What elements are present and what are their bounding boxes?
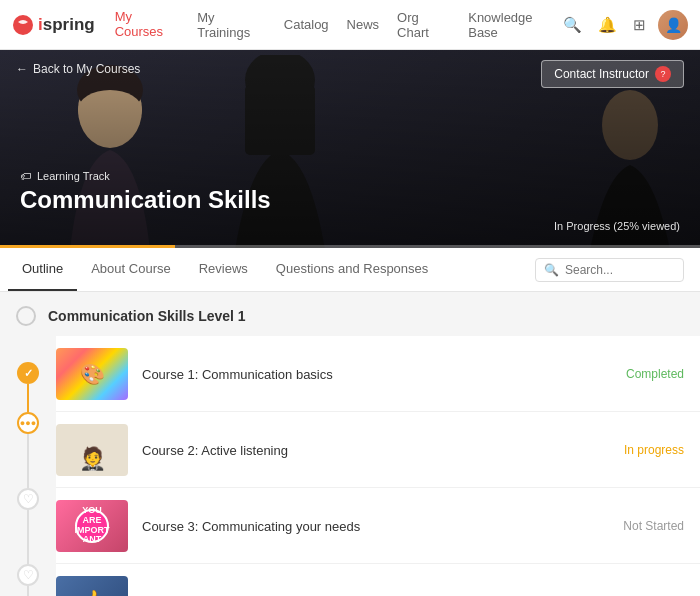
course-status-1: Completed xyxy=(626,367,684,381)
courses-column: 🎨 Course 1: Communication basics Complet… xyxy=(56,336,700,596)
progress-status-row: In Progress (25% viewed) xyxy=(20,220,680,232)
course-item-2[interactable]: 🤵 Course 2: Active listening In progress xyxy=(56,412,700,488)
main-content: Communication Skills Level 1 ✓ ●●● xyxy=(0,292,700,596)
contact-label: Contact Instructor xyxy=(554,67,649,81)
step-column: ✓ ●●● ♡ ♡ xyxy=(0,336,56,596)
contact-icon: ? xyxy=(655,66,671,82)
course-name-3: Course 3: Communicating your needs xyxy=(142,519,360,534)
step-dot-1: ✓ xyxy=(17,362,39,384)
tabs-bar: Outline About Course Reviews Questions a… xyxy=(0,248,700,292)
contact-instructor-button[interactable]: Contact Instructor ? xyxy=(541,60,684,88)
nav-org-chart[interactable]: Org Chart xyxy=(397,10,450,40)
step-dot-3: ♡ xyxy=(17,488,39,510)
course-info-1: Course 1: Communication basics xyxy=(142,365,612,383)
step-dot-4: ♡ xyxy=(17,564,39,586)
course-status-2: In progress xyxy=(624,443,684,457)
logo-text-2: spring xyxy=(43,15,95,35)
track-icon: 🏷 xyxy=(20,170,31,182)
course-name-2: Course 2: Active listening xyxy=(142,443,288,458)
notifications-button[interactable]: 🔔 xyxy=(594,12,621,38)
header: i spring My Courses My Trainings Catalog… xyxy=(0,0,700,50)
avatar[interactable]: 👤 xyxy=(658,10,688,40)
progress-status-text: In Progress (25% viewed) xyxy=(554,220,680,232)
svg-point-0 xyxy=(13,15,33,35)
back-label: Back to My Courses xyxy=(33,62,140,76)
course-thumb-1: 🎨 xyxy=(56,348,128,400)
back-arrow-icon: ← xyxy=(16,62,28,76)
tab-reviews[interactable]: Reviews xyxy=(185,248,262,291)
banner-info: 🏷 Learning Track Communication Skills In… xyxy=(20,170,680,232)
course-thumb-3: YOU AREIMPORTANT xyxy=(56,500,128,552)
logo-icon xyxy=(12,14,34,36)
course-info-4: Course 4: Giving feedback using the Situ… xyxy=(142,593,609,597)
course-name-1: Course 1: Communication basics xyxy=(142,367,333,382)
section-title: Communication Skills Level 1 xyxy=(48,308,246,324)
course-list: ✓ ●●● ♡ ♡ xyxy=(0,336,700,596)
course-title: Communication Skills xyxy=(20,186,680,214)
course-info-2: Course 2: Active listening xyxy=(142,441,610,459)
progress-bar-fill xyxy=(0,245,175,248)
tab-questions[interactable]: Questions and Responses xyxy=(262,248,442,291)
main-nav: My Courses My Trainings Catalog News Org… xyxy=(115,0,559,55)
course-info-3: Course 3: Communicating your needs xyxy=(142,517,609,535)
nav-news[interactable]: News xyxy=(347,17,380,32)
course-status-3: Not Started xyxy=(623,519,684,533)
progress-bar-container xyxy=(0,245,700,248)
header-actions: 🔍 🔔 ⊞ 👤 xyxy=(559,10,688,40)
logo[interactable]: i spring xyxy=(12,14,95,36)
course-thumb-4: 👍 xyxy=(56,576,128,597)
course-item-4[interactable]: 👍 Course 4: Giving feedback using the Si… xyxy=(56,564,700,596)
nav-my-trainings[interactable]: My Trainings xyxy=(197,10,266,40)
nav-my-courses[interactable]: My Courses xyxy=(115,0,180,55)
grid-button[interactable]: ⊞ xyxy=(629,12,650,38)
section-header: Communication Skills Level 1 xyxy=(0,292,700,336)
back-button[interactable]: ← Back to My Courses xyxy=(16,62,140,76)
course-thumb-2: 🤵 xyxy=(56,424,128,476)
section-circle xyxy=(16,306,36,326)
nav-knowledge-base[interactable]: Knowledge Base xyxy=(468,10,559,40)
search-icon: 🔍 xyxy=(544,263,559,277)
tab-outline[interactable]: Outline xyxy=(8,248,77,291)
search-input[interactable] xyxy=(565,263,675,277)
course-banner: ← Back to My Courses Contact Instructor … xyxy=(0,50,700,248)
learning-track-label: 🏷 Learning Track xyxy=(20,170,680,182)
step-dot-2: ●●● xyxy=(17,412,39,434)
tab-search-box: 🔍 xyxy=(535,258,684,282)
course-item-1[interactable]: 🎨 Course 1: Communication basics Complet… xyxy=(56,336,700,412)
search-button[interactable]: 🔍 xyxy=(559,12,586,38)
nav-catalog[interactable]: Catalog xyxy=(284,17,329,32)
course-item-3[interactable]: YOU AREIMPORTANT Course 3: Communicating… xyxy=(56,488,700,564)
tab-about-course[interactable]: About Course xyxy=(77,248,185,291)
